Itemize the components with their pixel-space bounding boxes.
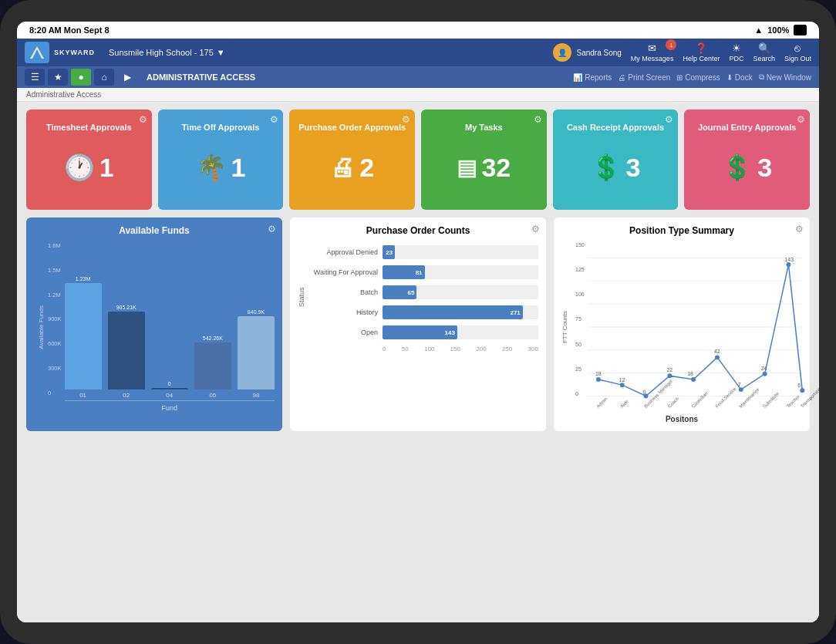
tablet-screen: 8:20 AM Mon Sept 8 ▲ 100% ■ SKYWARD Suns… (17, 22, 819, 622)
compress-button[interactable]: ⊞ Compress (676, 73, 720, 82)
charts-row: ⚙ Available Funds Available Funds 1.8M 1… (26, 217, 810, 431)
svg-point-8 (619, 383, 624, 387)
svg-point-12 (715, 355, 720, 359)
svg-text:18: 18 (595, 371, 602, 376)
tile-title-po: Purchase Order Approvals (297, 122, 407, 133)
tile-my-tasks[interactable]: ⚙ My Tasks ▤ 32 (421, 110, 547, 210)
tasks-icon: ▤ (457, 155, 477, 180)
pdc-label: PDC (729, 55, 743, 62)
pdc-button[interactable]: ☀ PDC (729, 42, 743, 62)
timesheet-count: 1 (99, 153, 114, 183)
bars-container-funds: 1.23M 01 905.21K 02 0 (65, 242, 275, 401)
user-avatar: 👤 (553, 43, 571, 62)
nav-user[interactable]: 👤 Sandra Song (553, 43, 621, 62)
svg-text:0: 0 (642, 389, 646, 395)
svg-text:12: 12 (619, 377, 625, 383)
line-chart-container: FTT Counts 150 125 100 75 50 25 0 (561, 242, 802, 412)
hbar-track-waiting: 81 (383, 265, 538, 279)
hbar-track-denied: 23 (383, 245, 538, 259)
bar-fund-98: 840.9K 98 (238, 242, 275, 399)
po-icon: 🖨 (330, 153, 355, 182)
svg-text:Coach: Coach (667, 396, 679, 409)
hbar-label-history: History (308, 309, 378, 316)
logo-text: SKYWARD (54, 49, 95, 56)
help-icon: ❓ (695, 42, 707, 54)
menu-button[interactable]: ☰ (25, 69, 45, 86)
hbar-fill-open: 143 (383, 325, 457, 339)
chart-settings-position[interactable]: ⚙ (795, 224, 804, 234)
hbar-y-label: Status (298, 242, 305, 352)
battery-icon: ■ (794, 25, 807, 35)
tile-purchase-order-approvals[interactable]: ⚙ Purchase Order Approvals 🖨 2 (289, 110, 415, 210)
skyward-logo[interactable]: SKYWARD (25, 42, 95, 63)
print-screen-button[interactable]: 🖨 Print Screen (618, 73, 670, 82)
hbar-axis: 050100150200250300 (308, 346, 538, 352)
tile-settings-timesheet[interactable]: ⚙ (139, 114, 147, 125)
tile-journal-entry-approvals[interactable]: ⚙ Journal Entry Approvals 💲 3 (684, 110, 810, 210)
cash-icon: 💲 (591, 153, 622, 182)
chart-settings-funds[interactable]: ⚙ (268, 224, 276, 234)
sec-nav: ☰ ★ ● ⌂ ▶ ADMINISTRATIVE ACCESS 📊 Report… (17, 66, 819, 88)
tile-time-off-approvals[interactable]: ⚙ Time Off Approvals 🌴 1 (158, 110, 284, 210)
hbar-fill-denied: 23 (383, 245, 395, 259)
search-icon: 🔍 (758, 42, 770, 54)
new-window-button[interactable]: ⧉ New Window (759, 72, 811, 82)
hbar-track-open: 143 (383, 325, 538, 339)
status-bar: 8:20 AM Mon Sept 8 ▲ 100% ■ (17, 22, 819, 39)
journal-count: 3 (757, 153, 772, 183)
wifi-icon: ▲ (754, 25, 763, 35)
dot-button[interactable]: ● (71, 69, 91, 86)
cash-count: 3 (626, 153, 641, 183)
sec-nav-right: 📊 Reports 🖨 Print Screen ⊞ Compress ⬇ Do… (573, 72, 811, 82)
tile-cash-receipt-approvals[interactable]: ⚙ Cash Receipt Approvals 💲 3 (553, 110, 679, 210)
hbar-label-denied: Approval Denied (308, 248, 378, 256)
tile-title-time-off: Time Off Approvals (166, 122, 276, 133)
position-type-title: Position Type Summary (561, 225, 802, 236)
svg-text:18: 18 (687, 371, 693, 376)
home-button[interactable]: ⌂ (94, 69, 114, 86)
dock-button[interactable]: ⬇ Dock (726, 73, 753, 82)
tile-settings-time-off[interactable]: ⚙ (270, 114, 278, 125)
reports-button[interactable]: 📊 Reports (573, 73, 612, 82)
sign-out-label: Sign Out (784, 55, 811, 62)
svg-text:42: 42 (714, 349, 720, 354)
chart-settings-po-counts[interactable]: ⚙ (531, 224, 540, 234)
tile-body-po: 🖨 2 (297, 133, 407, 202)
svg-point-15 (786, 262, 790, 267)
svg-text:Teacher: Teacher (786, 394, 801, 409)
hbar-row-batch: Batch 65 (308, 285, 538, 299)
tile-settings-po[interactable]: ⚙ (402, 114, 410, 125)
svg-text:7: 7 (738, 382, 741, 387)
tile-timesheet-approvals[interactable]: ⚙ Timesheet Approvals 🕐 1 (26, 110, 152, 210)
svg-text:6: 6 (797, 383, 801, 388)
hbar-content: Approval Denied 23 Waiting For Approval (308, 242, 538, 352)
help-center-button[interactable]: ❓ Help Center (683, 42, 720, 62)
school-name[interactable]: Sunsmile High School - 175 ▼ (109, 48, 225, 57)
svg-text:Custodian: Custodian (690, 391, 708, 409)
hbar-row-open: Open 143 (308, 325, 538, 339)
battery-status: 100% (767, 25, 789, 35)
hbar-fill-batch: 65 (383, 285, 416, 299)
tile-title-timesheet: Timesheet Approvals (34, 122, 144, 133)
search-button[interactable]: 🔍 Search (753, 42, 775, 62)
line-y-ticks: 150 125 100 75 50 25 0 (575, 242, 588, 412)
tile-body-tasks: ▤ 32 (429, 133, 539, 202)
hbar-label-open: Open (308, 329, 378, 336)
tile-settings-cash[interactable]: ⚙ (665, 114, 673, 125)
tile-body-journal: 💲 3 (692, 133, 802, 202)
po-counts-chart: ⚙ Purchase Order Counts Status Approval … (290, 217, 546, 431)
sign-out-button[interactable]: ⎋ Sign Out (784, 42, 811, 62)
breadcrumb-arrow: ▶ (117, 69, 137, 86)
tile-body-time-off: 🌴 1 (166, 133, 276, 202)
favorites-button[interactable]: ★ (48, 69, 68, 86)
messages-icon: ✉ (648, 42, 656, 54)
tile-settings-tasks[interactable]: ⚙ (534, 114, 542, 125)
messages-wrap: ✉ My Messages 1 (631, 42, 674, 62)
hbar-val-history: 271 (510, 309, 520, 316)
position-type-chart: ⚙ Position Type Summary FTT Counts 150 1… (554, 217, 810, 431)
po-count: 2 (359, 153, 374, 183)
svg-text:143: 143 (784, 257, 794, 262)
tile-settings-journal[interactable]: ⚙ (797, 114, 805, 125)
hbar-chart: Approval Denied 23 Waiting For Approval (308, 242, 538, 342)
tiles-row: ⚙ Timesheet Approvals 🕐 1 ⚙ Time Off App… (26, 110, 810, 210)
